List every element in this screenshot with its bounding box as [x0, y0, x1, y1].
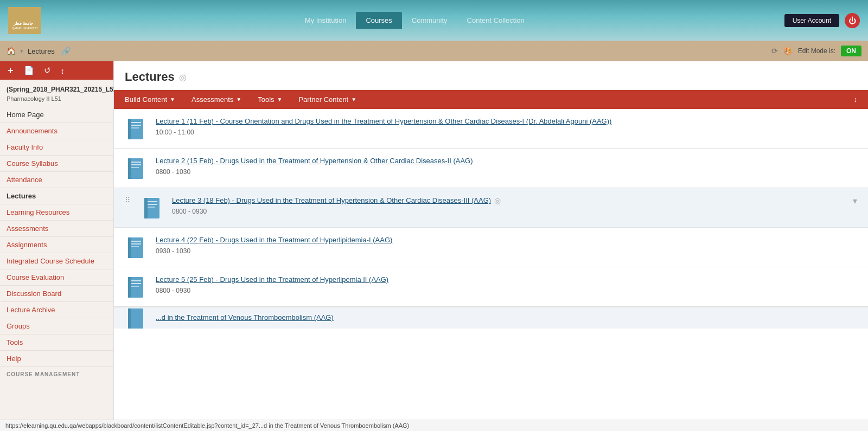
svg-rect-4: [128, 119, 131, 139]
lecture-icon-1: [125, 118, 148, 140]
edit-mode-label: Edit Mode is:: [798, 47, 835, 55]
svg-rect-14: [144, 198, 148, 218]
sidebar-sort-button[interactable]: ↕: [58, 65, 68, 76]
nav-content-collection[interactable]: Content Collection: [457, 12, 534, 29]
lecture-time-3: 0800 - 0930: [172, 208, 845, 215]
course-name: (Spring_2018_PHAR321_20215_L51) Pharmaco…: [0, 80, 113, 107]
build-content-arrow: ▼: [170, 97, 175, 102]
sidebar-item-lectures[interactable]: Lectures: [0, 188, 113, 204]
sidebar-add-button[interactable]: +: [4, 65, 17, 76]
user-account-button[interactable]: User Account: [784, 14, 839, 27]
table-row: Lecture 1 (11 Feb) - Course Orientation …: [114, 109, 868, 149]
svg-rect-7: [131, 127, 139, 128]
content-toolbar: Build Content ▼ Assessments ▼ Tools ▼ Pa…: [114, 90, 868, 109]
sidebar-item-faculty-info[interactable]: Faculty Info: [0, 139, 113, 156]
sidebar-item-integrated-course-schedule[interactable]: Integrated Course Schedule: [0, 253, 113, 269]
table-row: ...d in the Treatment of Venous Thromboe…: [114, 307, 868, 329]
lecture-icon-6: [125, 307, 148, 329]
nav-my-institution[interactable]: My Institution: [295, 12, 356, 29]
lecture-link-5[interactable]: Lecture 5 (25 Feb) - Drugs Used in the T…: [156, 275, 388, 284]
link-icon[interactable]: 🔗: [61, 47, 71, 55]
svg-rect-10: [131, 162, 141, 163]
lecture-link-3[interactable]: Lecture 3 (18 Feb) - Drugs Used in the T…: [172, 196, 491, 205]
lecture-info-3: Lecture 3 (18 Feb) - Drugs Used in the T…: [172, 196, 845, 215]
svg-text:جامعة قطر: جامعة قطر: [13, 21, 33, 26]
svg-rect-5: [131, 122, 141, 123]
lecture-info-4: Lecture 4 (22 Feb) - Drugs Used in the T…: [156, 235, 857, 255]
assessments-button[interactable]: Assessments ▼: [183, 90, 250, 109]
partner-content-arrow: ▼: [351, 97, 356, 102]
svg-rect-26: [131, 283, 141, 284]
lecture-link-6[interactable]: ...d in the Treatment of Venous Thromboe…: [156, 313, 334, 321]
item-chevron-3[interactable]: ▾: [853, 196, 857, 206]
tools-button[interactable]: Tools ▼: [250, 90, 290, 109]
sidebar-item-course-evaluation[interactable]: Course Evaluation: [0, 269, 113, 286]
svg-rect-11: [131, 164, 141, 165]
sidebar-item-attendance[interactable]: Attendance: [0, 172, 113, 188]
partner-content-button[interactable]: Partner Content ▼: [290, 90, 365, 109]
sidebar-item-groups[interactable]: Groups: [0, 318, 113, 334]
palette-icon[interactable]: 🎨: [783, 47, 793, 55]
sidebar-item-learning-resources[interactable]: Learning Resources: [0, 204, 113, 221]
main-layout: + 📄 ↺ ↕ (Spring_2018_PHAR321_20215_L51) …: [0, 61, 868, 431]
svg-rect-17: [148, 207, 155, 208]
edit-mode-toggle[interactable]: ON: [841, 46, 861, 56]
assessments-arrow: ▼: [236, 97, 241, 102]
toolbar-right: ↕: [846, 90, 866, 109]
content-area: Lectures ◎ Build Content ▼ Assessments ▼…: [114, 61, 868, 431]
sidebar-item-assessments[interactable]: Assessments: [0, 221, 113, 237]
home-icon[interactable]: 🏠: [7, 47, 16, 55]
lecture-info-6: ...d in the Treatment of Venous Thromboe…: [156, 313, 857, 323]
sort-button[interactable]: ↕: [846, 90, 866, 109]
reload-icon[interactable]: ⟳: [771, 47, 778, 55]
lecture-icon-3: [141, 197, 164, 220]
lecture-link-4[interactable]: Lecture 4 (22 Feb) - Drugs Used in the T…: [156, 236, 392, 244]
sidebar-page-button[interactable]: 📄: [21, 65, 37, 76]
sidebar-item-course-syllabus[interactable]: Course Syllabus: [0, 156, 113, 172]
breadcrumb-right: ⟳ 🎨 Edit Mode is: ON: [771, 46, 861, 56]
top-navigation: My Institution Courses Community Content…: [295, 12, 534, 29]
svg-rect-21: [131, 243, 141, 245]
sidebar-item-lecture-archive[interactable]: Lecture Archive: [0, 302, 113, 318]
sidebar-item-assignments[interactable]: Assignments: [0, 237, 113, 253]
sidebar-item-discussion-board[interactable]: Discussion Board: [0, 286, 113, 302]
lecture-link-1[interactable]: Lecture 1 (11 Feb) - Course Orientation …: [156, 117, 611, 125]
sidebar-item-home-page[interactable]: Home Page: [0, 107, 113, 123]
lecture-actions-3: ▾: [853, 196, 857, 206]
status-bar: https://elearning.qu.edu.qa/webapps/blac…: [0, 420, 868, 431]
svg-rect-9: [128, 158, 131, 179]
lecture-icon-4: [125, 236, 148, 259]
logout-button[interactable]: ⏻: [845, 13, 860, 28]
svg-rect-16: [148, 204, 157, 205]
lecture-info-1: Lecture 1 (11 Feb) - Course Orientation …: [156, 117, 857, 136]
sidebar-refresh-button[interactable]: ↺: [41, 65, 54, 76]
svg-text:QATAR UNIVERSITY: QATAR UNIVERSITY: [12, 27, 38, 30]
status-url: https://elearning.qu.edu.qa/webapps/blac…: [5, 422, 409, 429]
breadcrumb-bar: 🏠 ▾ Lectures 🔗 ⟳ 🎨 Edit Mode is: ON: [0, 41, 868, 61]
lecture-icon-5: [125, 276, 148, 299]
drag-handle[interactable]: ⠿: [125, 196, 130, 204]
table-row: Lecture 4 (22 Feb) - Drugs Used in the T…: [114, 228, 868, 267]
nav-community[interactable]: Community: [402, 12, 457, 29]
svg-rect-6: [131, 125, 141, 126]
page-title: Lectures: [125, 70, 175, 84]
tools-arrow: ▼: [277, 97, 283, 102]
sidebar-item-help[interactable]: Help: [0, 351, 113, 367]
svg-rect-15: [148, 201, 157, 202]
lectures-header: Lectures ◎: [114, 61, 868, 90]
svg-rect-12: [131, 167, 139, 168]
sidebar-item-tools[interactable]: Tools: [0, 334, 113, 351]
build-content-button[interactable]: Build Content ▼: [117, 90, 183, 109]
lecture-link-2[interactable]: Lecture 2 (15 Feb) - Drugs Used in the T…: [156, 157, 473, 165]
top-right-area: User Account ⏻: [784, 13, 860, 28]
sidebar: + 📄 ↺ ↕ (Spring_2018_PHAR321_20215_L51) …: [0, 61, 114, 431]
svg-rect-22: [131, 246, 139, 247]
svg-rect-27: [131, 286, 139, 287]
breadcrumb-text: Lectures: [28, 47, 55, 55]
nav-courses[interactable]: Courses: [356, 12, 401, 29]
lecture-list: Lecture 1 (11 Feb) - Course Orientation …: [114, 109, 868, 329]
svg-rect-19: [128, 237, 131, 258]
sidebar-item-announcements[interactable]: Announcements: [0, 123, 113, 139]
svg-rect-29: [128, 308, 131, 329]
draft-badge-3: ◎: [494, 196, 501, 205]
